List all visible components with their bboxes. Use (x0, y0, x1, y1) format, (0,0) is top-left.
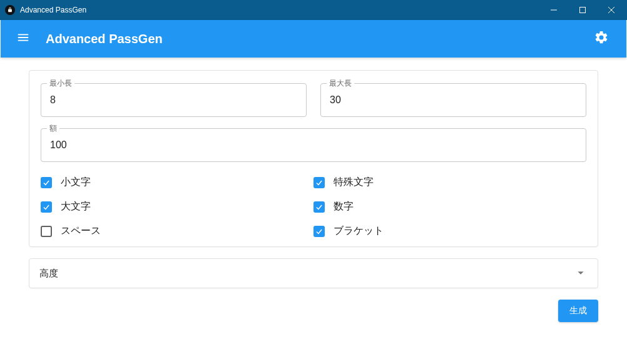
amount-input[interactable] (41, 128, 586, 162)
special-checkbox[interactable]: 特殊文字 (314, 176, 586, 189)
amount-field: 額 (41, 128, 586, 162)
window-close-button[interactable] (597, 0, 626, 20)
min-length-label: 最小長 (47, 78, 74, 89)
main-content: 最小長 最大長 額 小文字 大文字 (0, 58, 627, 335)
gear-icon (594, 30, 609, 48)
spaces-checkbox[interactable]: スペース (41, 225, 314, 238)
chevron-down-icon (574, 266, 588, 281)
app-icon (5, 5, 15, 15)
window-titlebar: Advanced PassGen (0, 0, 627, 20)
window-maximize-button[interactable] (568, 0, 597, 20)
max-length-label: 最大長 (327, 78, 354, 89)
svg-rect-1 (580, 8, 586, 13)
min-length-input[interactable] (41, 83, 307, 117)
brackets-checkbox[interactable]: ブラケット (314, 225, 586, 238)
max-length-field: 最大長 (320, 83, 586, 117)
uppercase-checkbox[interactable]: 大文字 (41, 200, 314, 213)
advanced-label: 高度 (39, 268, 58, 280)
numbers-label: 数字 (334, 200, 354, 213)
options-card: 最小長 最大長 額 小文字 大文字 (29, 70, 598, 247)
uppercase-label: 大文字 (61, 200, 91, 213)
lowercase-label: 小文字 (61, 176, 91, 189)
special-label: 特殊文字 (334, 176, 374, 189)
menu-button[interactable] (11, 26, 36, 51)
actions-row: 生成 (29, 300, 598, 322)
advanced-accordion[interactable]: 高度 (29, 258, 598, 288)
checkbox-icon (314, 177, 325, 188)
window-minimize-button[interactable] (539, 0, 568, 20)
amount-label: 額 (47, 123, 59, 134)
min-length-field: 最小長 (41, 83, 307, 117)
checkbox-icon (41, 226, 52, 237)
numbers-checkbox[interactable]: 数字 (314, 200, 586, 213)
settings-button[interactable] (589, 26, 614, 51)
window-title: Advanced PassGen (20, 6, 86, 14)
checkbox-icon (41, 201, 52, 213)
brackets-label: ブラケット (334, 225, 384, 238)
max-length-input[interactable] (320, 83, 586, 117)
checkbox-group: 小文字 大文字 スペース 特殊文字 数字 (41, 173, 586, 238)
app-title: Advanced PassGen (46, 32, 163, 46)
checkbox-icon (314, 226, 325, 237)
generate-button[interactable]: 生成 (558, 300, 598, 322)
hamburger-icon (16, 31, 30, 47)
lowercase-checkbox[interactable]: 小文字 (41, 176, 314, 189)
spaces-label: スペース (61, 225, 101, 238)
app-header: Advanced PassGen (1, 20, 626, 58)
checkbox-icon (314, 201, 325, 213)
checkbox-icon (41, 177, 52, 188)
